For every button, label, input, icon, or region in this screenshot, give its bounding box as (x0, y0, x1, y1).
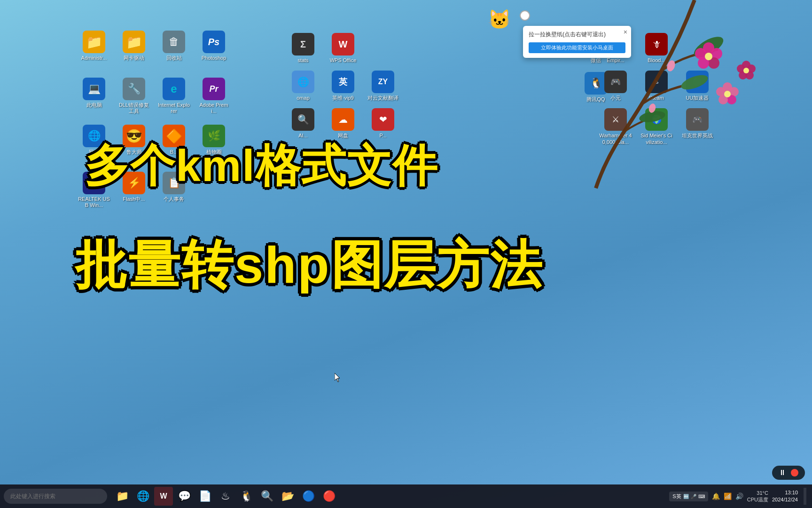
ludashi-icon: 😎 (123, 125, 145, 147)
flash-icon: ⚡ (123, 172, 145, 194)
taskbar-app-qq[interactable]: 🐧 (237, 487, 256, 506)
translate-icon: ZY (372, 71, 394, 93)
show-desktop-button[interactable] (804, 488, 806, 505)
network-driver-icon: 📁 (123, 31, 145, 53)
taskbar-app-wechat[interactable]: 💬 (175, 487, 194, 506)
tray-icon-2: 📶 (724, 492, 732, 500)
stats-icon: Σ (292, 33, 314, 56)
taskbar-app-search[interactable]: 🔍 (258, 487, 276, 506)
photoshop-label: Photoshop (202, 55, 226, 61)
icon-personal-tasks[interactable]: 📋 个人事务 (155, 169, 193, 214)
recycle-bin-label: 回收站 (166, 55, 182, 61)
tray-icon-3: 🔊 (735, 492, 743, 500)
ai-label: AI... (298, 133, 308, 139)
icon-flash[interactable]: ⚡ Flash中... (115, 169, 153, 214)
taskbar-search-input[interactable] (10, 493, 95, 500)
pause-button[interactable]: ⏸ (779, 468, 786, 477)
taskbar: 📁 🌐 W 💬 📄 ♨ 🐧 🔍 📂 🔵 🔴 S英 🔤 🎤 ⌨ 🔔 📶 🔊 (0, 484, 812, 508)
taskbar-app-files[interactable]: 📄 (195, 487, 214, 506)
b-app-icon: 🔶 (163, 125, 185, 147)
uu-label: UU加速器 (686, 95, 709, 101)
realtek-label: REALTEK USB Win... (78, 196, 110, 208)
icon-plant[interactable]: 🌿 植物圈 (195, 122, 233, 167)
icon-netdisk[interactable]: ☁ 网盘 (324, 106, 362, 141)
icon-stats[interactable]: Σ stats (284, 31, 322, 66)
taskbar-time-area[interactable]: 13:10 2024/12/24 (772, 489, 798, 504)
icon-b-app[interactable]: 🔶 B... (155, 122, 193, 167)
tank-icon: 🎮 (686, 108, 709, 131)
icon-blood[interactable]: 🗡 Blood... (638, 31, 675, 66)
dll-repair-icon: 🔧 (123, 78, 145, 100)
taskbar-app-steam[interactable]: ♨ (216, 487, 235, 506)
xiaoyuan-icon: 🎮 (604, 71, 627, 93)
empire-label: Empir... (607, 57, 624, 64)
icon-omap[interactable]: 🌐 omap (284, 68, 322, 103)
administrator-icon: 📁 (83, 31, 105, 53)
flash-label: Flash中... (123, 196, 145, 202)
icon-uu[interactable]: 🔵 UU加速器 (679, 68, 716, 103)
notification-title: 拉一拉换壁纸(点击右键可退出) (529, 31, 625, 39)
icon-administrator[interactable]: 📁 Administr... (75, 28, 113, 73)
plant-icon: 🌿 (203, 125, 225, 147)
stats-label: stats (297, 57, 308, 64)
taskbar-app-browser2[interactable]: 🔵 (299, 487, 318, 506)
taskbar-app-wps[interactable]: W (154, 487, 173, 506)
taskbar-search-box[interactable] (4, 489, 107, 504)
network-driver-label: 网卡驱动 (124, 55, 144, 61)
cat-widget[interactable]: 🐱 (488, 8, 511, 31)
ie-icon: e (163, 78, 185, 100)
mic-icon: 🎤 (691, 494, 696, 499)
icon-network-driver[interactable]: 📁 网卡驱动 (115, 28, 153, 73)
cpu-temp-label: CPU温度 (747, 496, 768, 503)
translate-label: 对云文献翻译 (367, 95, 398, 101)
taskbar-app-explorer[interactable]: 📁 (113, 487, 132, 506)
notification-action-button[interactable]: 立即体验此功能需安装小马桌面 (529, 42, 625, 53)
premiere-icon: Pr (203, 78, 225, 100)
icon-warhammer[interactable]: ⚔ Warhammer 40,000 Cla... (597, 106, 634, 147)
ludashi-label: 鲁大师 (126, 149, 142, 155)
icon-tank[interactable]: 🎮 坦克世界英战 (679, 106, 716, 147)
icon-yingwei[interactable]: 英 英维·vip9 (324, 68, 362, 103)
icon-ludashi[interactable]: 😎 鲁大师 (115, 122, 153, 167)
icon-civilization[interactable]: 🌍 Sid Meier's Civilizatio... (638, 106, 675, 147)
taskbar-app-folder[interactable]: 📂 (278, 487, 297, 506)
desktop-icons-left: 📁 Administr... 📁 网卡驱动 🗑 回收站 Ps Photoshop… (75, 28, 233, 214)
icon-xiaoyuan[interactable]: 🎮 小元 (597, 68, 634, 103)
sougou-ime[interactable]: S英 🔤 🎤 ⌨ (669, 492, 708, 501)
taskbar-apps: 📁 🌐 W 💬 📄 ♨ 🐧 🔍 📂 🔵 🔴 (113, 487, 669, 506)
civilization-label: Sid Meier's Civilizatio... (640, 133, 673, 145)
omap-label: omap (297, 95, 310, 101)
plant-label: 植物圈 (206, 149, 222, 155)
papp-label: P... (379, 133, 386, 139)
civilization-icon: 🌍 (645, 108, 668, 131)
notification-close-button[interactable]: × (624, 29, 627, 35)
sougou-label: S英 (672, 493, 681, 500)
icon-realtek[interactable]: RT REALTEK USB Win... (75, 169, 113, 214)
icon-ai[interactable]: 🔍 AI... (284, 106, 322, 141)
icon-premiere[interactable]: Pr Adobe Premi... (195, 75, 233, 120)
icon-papp[interactable]: ❤ P... (364, 106, 402, 141)
yingwei-label: 英维·vip9 (332, 95, 353, 101)
icon-my-computer[interactable]: 💻 此电脑 (75, 75, 113, 120)
blood-label: Blood... (648, 57, 665, 64)
icon-internet-explorer[interactable]: e Internet Explorer (155, 75, 193, 120)
personal-tasks-icon: 📋 (163, 172, 185, 194)
icon-photoshop[interactable]: Ps Photoshop (195, 28, 233, 73)
icon-steam[interactable]: ♨ Steam (638, 68, 675, 103)
recording-bar: ⏸ (772, 466, 805, 480)
icon-dll-repair[interactable]: 🔧 DLL错误修复工具 (115, 75, 153, 120)
ai-icon: 🔍 (292, 108, 314, 131)
taskbar-date: 2024/12/24 (772, 496, 798, 503)
icon-translate[interactable]: ZY 对云文献翻译 (364, 68, 402, 103)
taskbar-app-redapp[interactable]: 🔴 (320, 487, 338, 506)
taskbar-app-browser[interactable]: 🌐 (133, 487, 152, 506)
cpu-temp-area: 31°C CPU温度 (747, 490, 768, 503)
uu-icon: 🔵 (686, 71, 709, 93)
notification-popup: × 拉一拉换壁纸(点击右键可退出) 立即体验此功能需安装小马桌面 (523, 26, 631, 58)
icon-wps[interactable]: W WPS Office (324, 31, 362, 66)
desktop: 🐱 × 拉一拉换壁纸(点击右键可退出) 立即体验此功能需安装小马桌面 📁 Adm… (0, 0, 812, 508)
icon-network[interactable]: 🌐 网络 (75, 122, 113, 167)
dll-repair-label: DLL错误修复工具 (117, 102, 150, 114)
photoshop-icon: Ps (203, 31, 225, 53)
icon-recycle-bin[interactable]: 🗑 回收站 (155, 28, 193, 73)
